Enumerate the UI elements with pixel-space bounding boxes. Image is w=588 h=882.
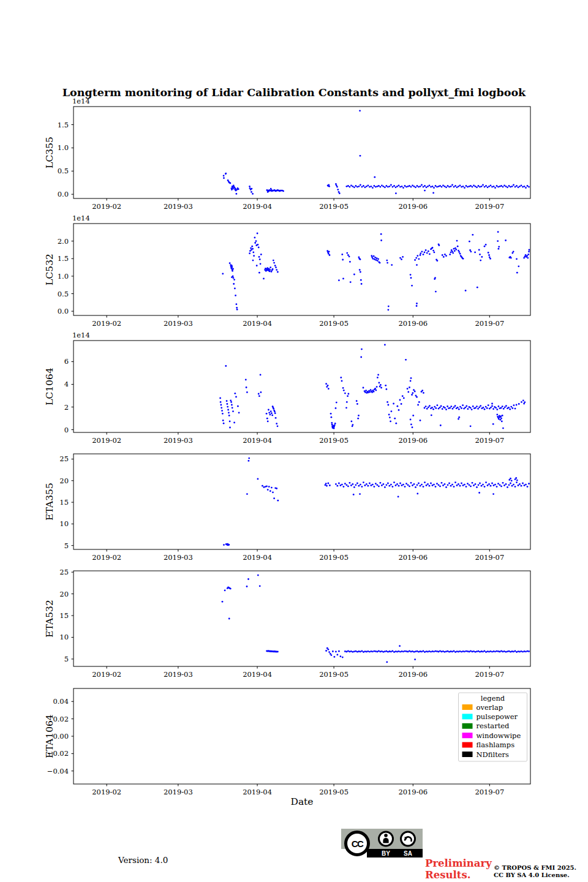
svg-text:1e14: 1e14 bbox=[72, 331, 90, 339]
svg-text:6: 6 bbox=[64, 357, 69, 366]
svg-text:0.0: 0.0 bbox=[58, 190, 69, 198]
svg-text:2.0: 2.0 bbox=[58, 237, 69, 246]
svg-text:2019-03: 2019-03 bbox=[164, 319, 193, 328]
svg-text:2019-06: 2019-06 bbox=[398, 319, 428, 328]
svg-text:0.5: 0.5 bbox=[58, 290, 69, 298]
y-tick-labels: 510152025 bbox=[59, 568, 74, 663]
svg-text:15: 15 bbox=[59, 498, 69, 507]
svg-text:1.0: 1.0 bbox=[58, 272, 69, 281]
svg-text:LC1064: LC1064 bbox=[44, 368, 55, 405]
svg-text:25: 25 bbox=[59, 454, 69, 463]
svg-text:2019-03: 2019-03 bbox=[164, 553, 193, 562]
svg-text:2019-04: 2019-04 bbox=[243, 670, 272, 679]
svg-text:LC532: LC532 bbox=[44, 254, 55, 285]
y-axis-label-lc355: LC355 bbox=[44, 137, 55, 168]
offset-text: 1e14 bbox=[72, 214, 90, 222]
svg-text:2019-02: 2019-02 bbox=[92, 553, 121, 562]
svg-text:0.02: 0.02 bbox=[53, 715, 69, 723]
svg-text:5: 5 bbox=[64, 655, 69, 663]
by-person-icon bbox=[379, 832, 393, 846]
copyright-note: © TROPOS & FMI 2025. CC BY SA 4.0 Licens… bbox=[494, 864, 576, 879]
badge-bottom-strip bbox=[367, 849, 423, 858]
svg-text:0: 0 bbox=[64, 426, 69, 434]
svg-text:0.04: 0.04 bbox=[53, 697, 69, 706]
svg-text:overlap: overlap bbox=[477, 703, 503, 712]
svg-text:2019-02: 2019-02 bbox=[92, 202, 121, 211]
svg-text:0.5: 0.5 bbox=[58, 167, 69, 175]
scatter-points bbox=[222, 231, 530, 311]
cc-license-badge: CC BY SA bbox=[341, 829, 424, 861]
subplot-lc1064: 2019-022019-032019-042019-052019-062019-… bbox=[44, 331, 530, 445]
sa-arrow-icon bbox=[401, 832, 415, 846]
svg-text:2019-06: 2019-06 bbox=[398, 436, 428, 445]
svg-text:2019-05: 2019-05 bbox=[319, 202, 349, 211]
svg-text:0.0: 0.0 bbox=[58, 307, 69, 315]
svg-text:2019-04: 2019-04 bbox=[243, 788, 272, 796]
figure-root: Longterm monitoring of Lidar Calibration… bbox=[0, 0, 588, 882]
x-tick-labels: 2019-022019-032019-042019-052019-062019-… bbox=[92, 432, 504, 445]
cc-icon: CC bbox=[346, 832, 369, 855]
svg-text:2019-04: 2019-04 bbox=[243, 319, 272, 328]
svg-text:5: 5 bbox=[64, 541, 69, 550]
svg-text:−0.04: −0.04 bbox=[47, 767, 69, 775]
svg-text:2019-07: 2019-07 bbox=[475, 436, 504, 445]
scatter-points bbox=[223, 458, 530, 546]
axes-frame bbox=[74, 341, 530, 432]
scatter-points bbox=[222, 575, 530, 663]
subplot-lc355: 2019-022019-032019-042019-052019-062019-… bbox=[44, 97, 530, 211]
subplot-eta355: 2019-022019-032019-042019-052019-062019-… bbox=[44, 454, 530, 562]
svg-text:2019-05: 2019-05 bbox=[319, 788, 349, 796]
svg-text:2019-02: 2019-02 bbox=[92, 319, 121, 328]
svg-text:2019-05: 2019-05 bbox=[319, 553, 349, 562]
svg-text:2019-06: 2019-06 bbox=[398, 553, 428, 562]
badge-by-label: BY bbox=[382, 850, 390, 857]
x-tick-labels: 2019-022019-032019-042019-052019-062019-… bbox=[92, 198, 504, 211]
x-tick-labels: 2019-022019-032019-042019-052019-062019-… bbox=[92, 549, 504, 562]
svg-text:pulsepower: pulsepower bbox=[477, 712, 518, 721]
preliminary-note: Preliminary Results. bbox=[425, 858, 499, 881]
svg-text:1e14: 1e14 bbox=[72, 97, 90, 105]
svg-text:2019-03: 2019-03 bbox=[164, 670, 193, 679]
legend-box: legendoverlappulsepowerrestartedwindowwi… bbox=[459, 693, 527, 761]
svg-text:CC: CC bbox=[352, 839, 364, 849]
svg-text:flashlamps: flashlamps bbox=[477, 741, 515, 749]
svg-text:ETA355: ETA355 bbox=[44, 483, 55, 521]
svg-text:legend: legend bbox=[481, 694, 505, 703]
svg-text:2: 2 bbox=[64, 403, 69, 412]
subplot-eta1064: 2019-022019-032019-042019-052019-062019-… bbox=[44, 688, 530, 796]
x-tick-labels: 2019-022019-032019-042019-052019-062019-… bbox=[92, 666, 504, 679]
svg-text:10: 10 bbox=[59, 519, 69, 528]
badge-sa-label: SA bbox=[404, 850, 412, 857]
svg-text:ETA532: ETA532 bbox=[44, 600, 55, 638]
svg-text:1.5: 1.5 bbox=[58, 254, 69, 263]
svg-text:20: 20 bbox=[59, 590, 69, 598]
svg-text:2019-03: 2019-03 bbox=[164, 788, 193, 796]
y-tick-labels: 0.00.51.01.5 bbox=[58, 121, 74, 199]
svg-text:2019-05: 2019-05 bbox=[319, 670, 349, 679]
svg-text:2019-03: 2019-03 bbox=[164, 436, 193, 445]
y-tick-labels: 0246 bbox=[64, 357, 74, 434]
figure-canvas: 2019-022019-032019-042019-052019-062019-… bbox=[0, 0, 588, 882]
axes-frame bbox=[74, 107, 530, 198]
svg-text:2019-07: 2019-07 bbox=[475, 202, 504, 211]
svg-text:windowwipe: windowwipe bbox=[477, 731, 521, 740]
y-tick-labels: 0.00.51.01.52.0 bbox=[58, 237, 74, 316]
svg-text:4: 4 bbox=[64, 380, 69, 388]
svg-text:2019-02: 2019-02 bbox=[92, 670, 121, 679]
svg-text:2019-04: 2019-04 bbox=[243, 202, 272, 211]
svg-text:2019-06: 2019-06 bbox=[398, 670, 428, 679]
axes-frame bbox=[74, 224, 530, 315]
svg-text:1.0: 1.0 bbox=[58, 143, 69, 152]
axes-frame bbox=[74, 454, 530, 549]
svg-text:1e14: 1e14 bbox=[72, 214, 90, 222]
subplot-lc532: 2019-022019-032019-042019-052019-062019-… bbox=[44, 214, 530, 328]
svg-text:2019-06: 2019-06 bbox=[398, 788, 428, 796]
y-axis-label-lc1064: LC1064 bbox=[44, 368, 55, 405]
svg-text:25: 25 bbox=[59, 568, 69, 576]
x-tick-labels: 2019-022019-032019-042019-052019-062019-… bbox=[92, 315, 504, 328]
svg-text:15: 15 bbox=[59, 611, 69, 620]
svg-text:2019-07: 2019-07 bbox=[475, 319, 504, 328]
svg-text:2019-05: 2019-05 bbox=[319, 436, 349, 445]
svg-text:LC355: LC355 bbox=[44, 137, 55, 168]
svg-text:2019-07: 2019-07 bbox=[475, 788, 504, 796]
